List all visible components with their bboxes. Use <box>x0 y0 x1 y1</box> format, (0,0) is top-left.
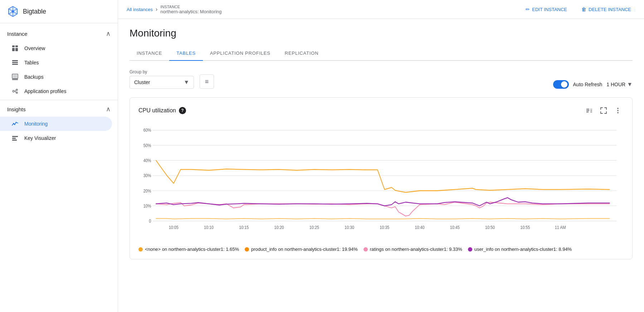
legend-item-ratings: ratings on northern-analytics-cluster1: … <box>364 247 462 252</box>
delete-label: DELETE INSTANCE <box>589 7 631 12</box>
svg-rect-12 <box>15 48 18 51</box>
delete-instance-button[interactable]: 🗑 DELETE INSTANCE <box>577 4 635 14</box>
bigtable-logo-icon <box>7 6 19 17</box>
tab-instance[interactable]: INSTANCE <box>130 46 169 61</box>
group-by-select[interactable]: Cluster ▼ <box>130 76 194 89</box>
legend-item-product-info: product_info on northern-analytics-clust… <box>245 247 358 252</box>
svg-point-20 <box>13 91 15 92</box>
svg-point-27 <box>16 122 17 123</box>
svg-text:10:35: 10:35 <box>380 225 389 230</box>
edit-icon: ✏ <box>526 6 530 12</box>
tables-icon <box>11 59 19 66</box>
svg-point-25 <box>13 123 14 124</box>
time-range-value: 1 HOUR <box>606 82 625 87</box>
svg-rect-13 <box>12 60 18 61</box>
controls-row: Group by Cluster ▼ ≡ Auto Refresh <box>130 69 633 89</box>
svg-text:30%: 30% <box>143 173 151 178</box>
svg-point-26 <box>14 124 15 125</box>
key-visualizer-label: Key Visualizer <box>24 135 56 141</box>
tab-app-profiles[interactable]: APPLICATION PROFILES <box>203 46 278 61</box>
sidebar-item-backups[interactable]: Backups <box>0 70 112 84</box>
svg-text:50%: 50% <box>143 143 151 148</box>
svg-text:10:10: 10:10 <box>204 225 214 230</box>
app-title: Bigtable <box>23 8 46 15</box>
app-profiles-label: Application profiles <box>24 88 67 94</box>
legend-label-user-info: user_info on northern-analytics-cluster1… <box>474 247 572 252</box>
chart-fullscreen-button[interactable] <box>598 105 609 116</box>
breadcrumb-current-section: INSTANCE northern-analytics: Monitoring <box>160 5 221 14</box>
svg-text:20%: 20% <box>143 188 151 193</box>
chart-legend-button[interactable] <box>584 105 595 116</box>
svg-point-38 <box>617 110 619 111</box>
content-area: Monitoring INSTANCE TABLES APPLICATION P… <box>118 19 644 312</box>
svg-rect-29 <box>12 138 16 139</box>
breadcrumb-all-instances[interactable]: All instances <box>127 7 153 12</box>
sidebar-item-monitoring[interactable]: Monitoring <box>0 117 112 131</box>
app-profiles-icon <box>11 88 19 95</box>
monitoring-icon <box>11 120 19 127</box>
chart-title-row: CPU utilization ? <box>138 107 186 114</box>
chart-actions <box>584 105 624 116</box>
legend-dot-user-info <box>468 247 472 252</box>
breadcrumb-section: INSTANCE <box>160 5 221 9</box>
density-button[interactable]: ≡ <box>200 74 214 89</box>
monitoring-label: Monitoring <box>24 121 48 127</box>
legend-icon <box>586 107 593 114</box>
svg-text:11 AM: 11 AM <box>555 225 566 230</box>
density-icon: ≡ <box>205 78 209 86</box>
svg-text:10:55: 10:55 <box>520 225 530 230</box>
fullscreen-icon <box>600 107 607 114</box>
tab-replication[interactable]: REPLICATION <box>278 46 326 61</box>
sidebar-nav: Instance ∧ Overview <box>0 23 118 312</box>
chart-legend: <none> on northern-analytics-cluster1: 1… <box>138 242 624 252</box>
sidebar-item-key-visualizer[interactable]: Key Visualizer <box>0 131 112 145</box>
svg-point-39 <box>617 112 619 113</box>
sidebar: Bigtable Instance ∧ Overview <box>0 0 118 312</box>
chart-svg: 60% 50% 40% 30% 20% 10% 0 10:05 10:10 10… <box>138 122 624 237</box>
tabs-bar: INSTANCE TABLES APPLICATION PROFILES REP… <box>130 46 633 61</box>
breadcrumb: All instances › INSTANCE northern-analyt… <box>127 5 222 14</box>
svg-rect-28 <box>12 136 18 137</box>
sidebar-divider <box>0 100 118 100</box>
time-range-select[interactable]: 1 HOUR ▼ <box>606 81 633 88</box>
instance-section-label: Instance <box>7 31 28 37</box>
backups-label: Backups <box>24 74 44 80</box>
insights-section-header[interactable]: Insights ∧ <box>0 102 118 117</box>
insights-chevron-icon: ∧ <box>106 105 111 113</box>
svg-text:10:45: 10:45 <box>450 225 460 230</box>
edit-instance-button[interactable]: ✏ EDIT INSTANCE <box>521 4 571 14</box>
svg-rect-9 <box>12 45 15 47</box>
svg-text:60%: 60% <box>143 128 151 133</box>
cpu-chart-card: CPU utilization ? <box>130 97 633 259</box>
legend-item-none: <none> on northern-analytics-cluster1: 1… <box>138 247 239 252</box>
controls-right: Auto Refresh 1 HOUR ▼ <box>553 80 633 89</box>
svg-rect-15 <box>12 64 18 65</box>
auto-refresh-label: Auto Refresh <box>573 82 602 87</box>
tab-tables[interactable]: TABLES <box>169 46 203 61</box>
auto-refresh-toggle[interactable] <box>553 80 569 89</box>
group-by-label: Group by <box>130 69 194 74</box>
sidebar-item-tables[interactable]: Tables <box>0 55 112 70</box>
chart-more-button[interactable] <box>612 105 624 116</box>
topbar-actions: ✏ EDIT INSTANCE 🗑 DELETE INSTANCE <box>521 4 635 14</box>
legend-item-user-info: user_info on northern-analytics-cluster1… <box>468 247 572 252</box>
toggle-slider <box>553 80 569 89</box>
sidebar-item-app-profiles[interactable]: Application profiles <box>0 84 112 98</box>
svg-point-37 <box>617 108 619 109</box>
svg-rect-14 <box>12 62 18 63</box>
breadcrumb-arrow-icon: › <box>156 6 157 13</box>
legend-label-ratings: ratings on northern-analytics-cluster1: … <box>370 247 462 252</box>
overview-label: Overview <box>24 45 45 51</box>
topbar: All instances › INSTANCE northern-analyt… <box>118 0 644 19</box>
insights-section-label: Insights <box>7 106 26 112</box>
svg-rect-10 <box>15 45 18 47</box>
group-by-section: Group by Cluster ▼ <box>130 69 194 89</box>
instance-section-header[interactable]: Instance ∧ <box>0 26 118 41</box>
svg-point-24 <box>16 92 18 93</box>
svg-text:10:40: 10:40 <box>415 225 425 230</box>
chart-help-icon[interactable]: ? <box>179 107 186 114</box>
sidebar-item-overview[interactable]: Overview <box>0 41 112 55</box>
svg-text:10%: 10% <box>143 203 151 208</box>
svg-point-23 <box>16 89 18 91</box>
page-title: Monitoring <box>130 28 633 39</box>
